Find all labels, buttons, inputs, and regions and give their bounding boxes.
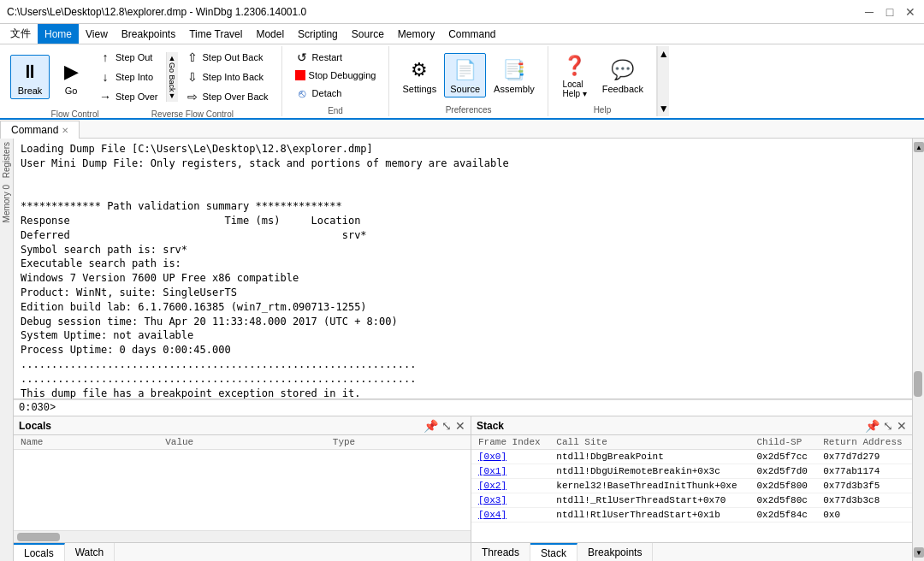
menu-item-source[interactable]: Source — [345, 24, 391, 44]
command-prompt: 0:030> — [19, 402, 56, 414]
break-label: Break — [18, 86, 43, 96]
ribbon-help: ❓ LocalHelp ▾ 💬 Feedback Help — [548, 46, 657, 116]
tabstrip: Command ✕ — [0, 120, 924, 139]
command-output: Loading Dump File [C:\Users\Le\Desktop\1… — [21, 142, 905, 399]
flow-control-label: Flow Control Reverse Flow Control — [51, 106, 234, 119]
menu-item-time travel[interactable]: Time Travel — [182, 24, 249, 44]
help-label: Help — [594, 102, 612, 115]
step-out-button[interactable]: ↑ Step Out — [92, 48, 164, 67]
go-label: Go — [65, 86, 78, 96]
assembly-button[interactable]: 📑 Assembly — [488, 53, 541, 97]
stack-frame-link[interactable]: [0x4] — [478, 510, 506, 520]
feedback-icon: 💬 — [609, 56, 637, 84]
stack-close-icon[interactable]: ✕ — [897, 419, 907, 433]
settings-button[interactable]: ⚙ Settings — [396, 53, 442, 97]
ribbon-row-main: ⏸ Break ▶ Go ↑ Step Out ↓ Step Into → — [10, 48, 275, 106]
detach-button[interactable]: ⎋ Detach — [289, 84, 382, 103]
step-buttons-col: ↑ Step Out ↓ Step Into → Step Over — [92, 48, 164, 106]
stop-icon — [295, 70, 305, 80]
tab-command-close[interactable]: ✕ — [62, 126, 68, 135]
step-over-back-button[interactable]: ⇨ Step Over Back — [180, 87, 275, 106]
ribbon-scrollbar[interactable]: ▲ ▼ — [657, 46, 669, 116]
table-row: [0x4]ntdll!RtlUserThreadStart+0x1b0x2d5f… — [471, 508, 912, 523]
stack-row-retaddr: 0x77d3b3f5 — [816, 479, 912, 493]
stack-panel-controls: 📌 ⤡ ✕ — [865, 419, 907, 433]
menu-item-view[interactable]: View — [79, 24, 115, 44]
locals-expand-icon[interactable]: ⤡ — [441, 419, 452, 433]
stack-frame-link[interactable]: [0x2] — [478, 481, 506, 491]
table-row: [0x1]ntdll!DbgUiRemoteBreakin+0x3c0x2d5f… — [471, 464, 912, 479]
step-over-back-icon: ⇨ — [186, 90, 199, 103]
ribbon-scroll-up-icon[interactable]: ▲ — [659, 48, 669, 60]
tab-watch[interactable]: Watch — [65, 543, 116, 561]
minimize-button[interactable]: ─ — [862, 5, 876, 19]
restart-button[interactable]: ↺ Restart — [289, 48, 382, 67]
local-help-button[interactable]: ❓ LocalHelp ▾ — [555, 49, 595, 102]
ribbon: ⏸ Break ▶ Go ↑ Step Out ↓ Step Into → — [0, 44, 924, 120]
source-button[interactable]: 📄 Source — [444, 53, 486, 97]
ribbon-help-row: ❓ LocalHelp ▾ 💬 Feedback — [555, 48, 649, 102]
locals-close-icon[interactable]: ✕ — [455, 419, 465, 433]
stack-row-childsp: 0x2d5f7d0 — [750, 464, 817, 479]
command-input[interactable] — [59, 402, 907, 414]
step-out-back-button[interactable]: ⇧ Step Out Back — [180, 48, 275, 67]
command-window[interactable]: Loading Dump File [C:\Users\Le\Desktop\1… — [14, 139, 912, 399]
ribbon-preferences: ⚙ Settings 📄 Source 📑 Assembly Preferenc… — [389, 46, 548, 116]
stack-frame-link[interactable]: [0x0] — [478, 452, 506, 462]
stack-frame-link[interactable]: [0x1] — [478, 466, 506, 476]
step-into-icon: ↓ — [98, 70, 112, 84]
source-icon: 📄 — [452, 56, 479, 84]
break-button[interactable]: ⏸ Break — [10, 55, 50, 99]
assembly-icon: 📑 — [500, 56, 528, 84]
tab-threads[interactable]: Threads — [471, 543, 530, 561]
stack-col-childsp: Child-SP — [750, 435, 817, 450]
ribbon-scroll-down-icon[interactable]: ▼ — [659, 103, 669, 115]
tab-command-label: Command — [11, 124, 58, 136]
locals-title: Locals — [19, 420, 51, 432]
registers-label[interactable]: Registers — [0, 139, 13, 181]
right-scrollbar[interactable]: ▲ ▼ — [912, 139, 924, 561]
stack-expand-icon[interactable]: ⤡ — [883, 419, 893, 433]
stack-row-callsite: kernel32!BaseThreadInitThunk+0xe — [549, 479, 749, 493]
step-into-button[interactable]: ↓ Step Into — [92, 68, 164, 86]
step-into-back-button[interactable]: ⇩ Step Into Back — [180, 68, 275, 86]
stop-debugging-button[interactable]: Stop Debugging — [289, 68, 382, 83]
menu-item-scripting[interactable]: Scripting — [291, 24, 345, 44]
vscroll-up-btn[interactable]: ▲ — [914, 142, 924, 152]
locals-col-name: Name — [14, 435, 158, 450]
memory-label[interactable]: Memory 0 — [0, 181, 13, 226]
menu-item-文件[interactable]: 文件 — [3, 24, 38, 44]
stack-row-index: [0x3] — [471, 493, 549, 508]
table-row: [0x0]ntdll!DbgBreakPoint0x2d5f7cc0x77d7d… — [471, 450, 912, 464]
close-button[interactable]: ✕ — [903, 5, 917, 19]
stack-row-callsite: ntdll!RtlUserThreadStart+0x1b — [549, 508, 749, 523]
stack-pin-icon[interactable]: 📌 — [865, 419, 880, 433]
tab-breakpoints[interactable]: Breakpoints — [578, 543, 653, 561]
local-help-icon: ❓ — [561, 52, 589, 80]
tab-command[interactable]: Command ✕ — [0, 121, 80, 139]
menu-item-home[interactable]: Home — [38, 24, 79, 44]
locals-scrollbar[interactable] — [14, 530, 471, 542]
stack-col-retaddr: Return Address — [816, 435, 912, 450]
stack-table: Frame Index Call Site Child-SP Return Ad… — [471, 435, 912, 523]
locals-hscroll-thumb — [17, 533, 60, 541]
locals-hscroll-track — [14, 531, 471, 542]
menu-item-model[interactable]: Model — [249, 24, 291, 44]
menu-item-command[interactable]: Command — [441, 24, 502, 44]
tab-locals[interactable]: Locals — [14, 543, 65, 561]
menu-item-breakpoints[interactable]: Breakpoints — [115, 24, 182, 44]
stack-row-retaddr: 0x77ab1174 — [816, 464, 912, 479]
stack-frame-link[interactable]: [0x3] — [478, 495, 506, 505]
stack-row-childsp: 0x2d5f80c — [750, 493, 817, 508]
locals-pin-icon[interactable]: 📌 — [424, 419, 438, 433]
vscroll-down-btn[interactable]: ▼ — [914, 547, 924, 558]
tab-stack[interactable]: Stack — [530, 543, 578, 561]
stack-row-index: [0x1] — [471, 464, 549, 479]
go-button[interactable]: ▶ Go — [51, 55, 91, 99]
preferences-label: Preferences — [446, 102, 492, 115]
step-over-button[interactable]: → Step Over — [92, 87, 164, 106]
stack-row-index: [0x2] — [471, 479, 549, 493]
menu-item-memory[interactable]: Memory — [391, 24, 441, 44]
feedback-button[interactable]: 💬 Feedback — [596, 53, 649, 97]
maximize-button[interactable]: □ — [883, 5, 897, 19]
